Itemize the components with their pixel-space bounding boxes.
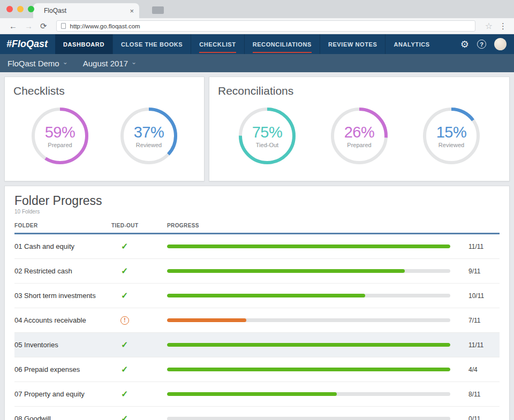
check-icon: ✓ — [121, 364, 128, 375]
donut-percent: 59% — [45, 124, 75, 141]
check-icon: ✓ — [121, 340, 128, 350]
reconciliations-donuts: 75% Tied-Out 26% Prepared 15% Reviewed — [218, 106, 501, 166]
progress-bar — [167, 318, 450, 322]
folder-table-header: FOLDER TIED-OUT PROGRESS — [14, 223, 500, 234]
tied-out-status: ✓ — [111, 241, 167, 251]
folder-count-subtitle: 10 Folders — [14, 209, 500, 215]
reload-icon[interactable]: ⟳ — [40, 21, 47, 31]
checklists-title: Checklists — [13, 85, 195, 97]
folder-row[interactable]: 03 Short term investments ✓ 10/11 — [14, 284, 500, 308]
context-subnav: FloQast Demo ⌄ August 2017 ⌄ — [0, 54, 514, 72]
progress-count: 4/4 — [468, 366, 500, 373]
floqast-logo[interactable]: #FloQast — [0, 34, 55, 54]
bookmark-star-icon[interactable]: ☆ — [485, 21, 493, 31]
checklists-card: Checklists 59% Prepared 37% Reviewed — [4, 77, 205, 181]
chevron-down-icon: ⌄ — [63, 58, 68, 66]
close-window-button[interactable] — [6, 6, 13, 12]
folder-name: 08 Goodwill — [14, 415, 111, 420]
browser-tab[interactable]: FloQast × — [33, 3, 139, 18]
progress-bar — [167, 294, 450, 297]
donut-label: Tied-Out — [256, 142, 278, 148]
folder-progress-title: Folder Progress — [14, 194, 500, 208]
nav-item-analytics[interactable]: ANALYTICS — [385, 34, 437, 54]
progress-bar-fill — [167, 368, 450, 371]
progress-bar — [167, 245, 450, 248]
progress-bar-fill — [167, 294, 365, 297]
minimize-window-button[interactable] — [17, 6, 24, 12]
donut-label: Prepared — [347, 142, 371, 148]
zoom-window-button[interactable] — [28, 6, 34, 12]
donut-label: Reviewed — [439, 142, 464, 148]
tied-out-status: ✓ — [111, 389, 167, 399]
dashboard-content: Checklists 59% Prepared 37% Reviewed Rec… — [0, 72, 514, 420]
alert-underline — [253, 52, 312, 53]
url-field[interactable]: http://www.go.floqast.com — [56, 20, 475, 32]
progress-bar — [167, 417, 450, 420]
user-avatar[interactable] — [494, 38, 507, 50]
column-header-progress: PROGRESS — [167, 223, 468, 228]
checklists-donuts: 59% Prepared 37% Reviewed — [13, 106, 195, 166]
donut-prepared: 26% Prepared — [329, 106, 389, 166]
donut-percent: 26% — [344, 124, 375, 141]
nav-item-reconciliations[interactable]: RECONCILIATIONS — [244, 34, 320, 54]
reconciliations-card: Reconciliations 75% Tied-Out 26% Prepare… — [209, 77, 510, 181]
nav-item-dashboard[interactable]: DASHBOARD — [55, 34, 112, 54]
folder-name: 06 Prepaid expenses — [14, 365, 111, 373]
folder-name: 03 Short term investments — [14, 292, 111, 300]
company-selector[interactable]: FloQast Demo ⌄ — [7, 59, 68, 68]
donut-label: Reviewed — [136, 142, 162, 148]
back-icon[interactable]: ← — [9, 21, 17, 30]
donut-reviewed: 15% Reviewed — [421, 106, 481, 166]
tied-out-status: ✓ — [111, 266, 167, 276]
chevron-down-icon: ⌄ — [131, 58, 137, 66]
tied-out-status: ✓ — [111, 291, 167, 301]
tab-close-icon[interactable]: × — [130, 7, 134, 15]
nav-item-checklist[interactable]: CHECKLIST — [191, 34, 244, 54]
tied-out-status: ✓ — [111, 414, 167, 420]
main-navbar: #FloQast DASHBOARD CLOSE THE BOOKS CHECK… — [0, 34, 514, 54]
tied-out-status: ! — [111, 316, 167, 325]
donut-percent: 75% — [252, 124, 283, 141]
progress-count: 8/11 — [468, 391, 500, 398]
alert-underline — [199, 52, 236, 53]
progress-bar-fill — [167, 269, 405, 273]
folder-name: 07 Property and equity — [14, 390, 111, 398]
folder-name: 05 Inventories — [14, 341, 111, 349]
nav-item-review-notes[interactable]: REVIEW NOTES — [320, 34, 386, 54]
check-icon: ✓ — [121, 414, 128, 420]
check-icon: ✓ — [121, 241, 128, 251]
folder-table-body: 01 Cash and equity ✓ 11/1102 Restricted … — [14, 234, 500, 420]
period-selector[interactable]: August 2017 ⌄ — [83, 59, 137, 68]
donut-percent: 37% — [134, 124, 164, 141]
folder-row[interactable]: 04 Accounts receivable ! 7/11 — [14, 308, 500, 333]
progress-bar — [167, 392, 450, 396]
folder-row[interactable]: 05 Inventories ✓ 11/11 — [14, 333, 500, 357]
nav-item-close-the-books[interactable]: CLOSE THE BOOKS — [112, 34, 191, 54]
column-header-folder: FOLDER — [14, 223, 111, 228]
progress-count: 11/11 — [468, 341, 500, 349]
forward-icon[interactable]: → — [25, 21, 33, 30]
browser-address-bar: ← → ⟳ http://www.go.floqast.com ☆ ⋮ — [0, 18, 514, 34]
folder-row[interactable]: 06 Prepaid expenses ✓ 4/4 — [14, 357, 500, 382]
warning-icon: ! — [120, 316, 129, 325]
donut-percent: 15% — [436, 124, 467, 141]
page-icon — [61, 23, 66, 29]
window-controls — [6, 6, 34, 12]
progress-count: 0/11 — [468, 415, 500, 420]
browser-tab-strip: FloQast × — [0, 0, 514, 18]
progress-count: 9/11 — [468, 268, 500, 275]
donut-prepared: 59% Prepared — [30, 106, 90, 166]
folder-row[interactable]: 01 Cash and equity ✓ 11/11 — [14, 234, 500, 259]
folder-row[interactable]: 02 Restricted cash ✓ 9/11 — [14, 259, 500, 284]
url-text: http://www.go.floqast.com — [70, 23, 140, 29]
folder-row[interactable]: 07 Property and equity ✓ 8/11 — [14, 382, 500, 407]
progress-bar-fill — [167, 343, 450, 347]
folder-row[interactable]: 08 Goodwill ✓ 0/11 — [14, 407, 500, 420]
progress-count: 11/11 — [468, 243, 500, 250]
settings-gear-icon[interactable]: ⚙ — [460, 39, 469, 50]
new-tab-button[interactable] — [152, 6, 164, 14]
browser-menu-icon[interactable]: ⋮ — [499, 21, 507, 31]
folder-name: 01 Cash and equity — [14, 242, 111, 250]
donut-tied-out: 75% Tied-Out — [237, 106, 297, 166]
help-icon[interactable]: ? — [477, 40, 486, 49]
